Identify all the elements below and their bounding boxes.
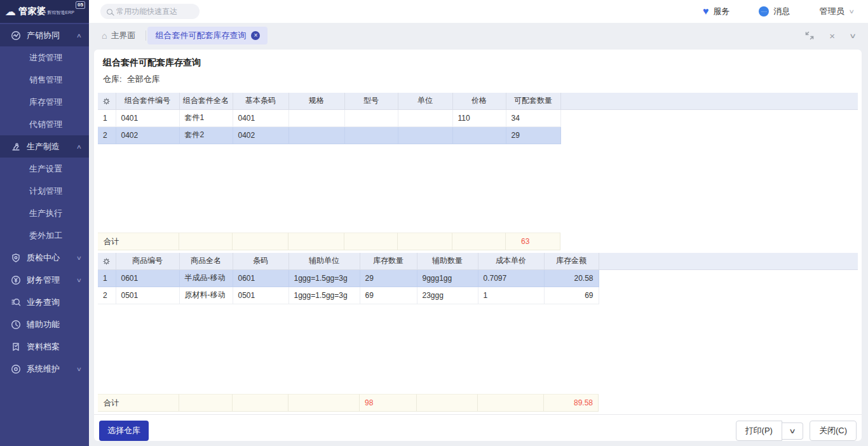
robot-arm-icon — [10, 141, 21, 152]
sidebar-item-auxiliary[interactable]: 辅助功能 — [0, 313, 89, 335]
sidebar-nav: 产销协同 ∧ 进货管理 销售管理 库存管理 代销管理 生产制造 ∧ 生产设置 计… — [0, 23, 89, 380]
sidebar-item-label: 销售管理 — [29, 74, 62, 86]
column-header[interactable]: 库存数量 — [360, 253, 417, 269]
chevron-down-icon: ∨ — [76, 255, 82, 261]
messages-menu[interactable]: ··· 消息 — [759, 6, 790, 17]
table-row-selected[interactable]: 10601半成品-移动06011ggg=1.5gg=3g299ggg1gg0.7… — [98, 269, 858, 287]
column-header[interactable]: 商品编号 — [116, 253, 179, 269]
column-header[interactable]: 单位 — [398, 93, 452, 109]
version-badge: 05 — [76, 1, 85, 9]
close-tab-icon[interactable]: × — [251, 31, 260, 40]
column-header[interactable]: 价格 — [452, 93, 506, 109]
tab-home[interactable]: ⌂ 主界面 — [89, 30, 146, 41]
sidebar-item-label: 系统维护 — [27, 363, 60, 375]
sidebar-item-label: 产销协同 — [27, 30, 60, 41]
sidebar-item-production-execution[interactable]: 生产执行 — [0, 202, 89, 224]
total-matchable-qty: 63 — [506, 233, 560, 250]
chevron-up-icon: ∧ — [76, 32, 82, 39]
sidebar-item-system-maintenance[interactable]: 系统维护 ∨ — [0, 358, 89, 380]
tabbar: ⌂ 主界面 组合套件可配套库存查询 × × ∨ — [89, 23, 868, 48]
total-stock-amount: 89.58 — [544, 394, 599, 412]
column-header[interactable]: 型号 — [344, 93, 398, 109]
chevron-down-icon: ∨ — [849, 8, 855, 15]
sidebar: ☁ 管家婆 辉煌智造ERP 05 产销协同 ∧ 进货管理 销售管理 库存管理 代… — [0, 0, 89, 446]
chevron-down-icon: ∨ — [76, 366, 82, 372]
heart-icon: ♥ — [703, 6, 709, 17]
total-label: 合计 — [98, 394, 179, 412]
detail-table: 商品编号 商品全名 条码 辅助单位 库存数量 辅助数量 成本单价 库存金额 10… — [98, 253, 858, 304]
print-button[interactable]: 打印(P) — [736, 421, 782, 441]
search-lines-icon — [10, 297, 21, 307]
footer-divider — [94, 414, 862, 415]
tab-active-label: 组合套件可配套库存查询 — [155, 30, 246, 41]
fullscreen-icon[interactable] — [805, 31, 814, 40]
sidebar-item-purchase[interactable]: 进货管理 — [0, 46, 89, 69]
target-circle-icon — [10, 363, 21, 374]
app-logo[interactable]: ☁ 管家婆 辉煌智造ERP 05 — [0, 0, 89, 23]
search-input[interactable] — [116, 7, 193, 16]
sidebar-item-data-archive[interactable]: 资料档案 — [0, 335, 89, 358]
sidebar-item-label: 财务管理 — [27, 274, 60, 286]
content-panel: 组合套件可配套库存查询 仓库:全部仓库 组合套件编号 组合套件全名 基本条码 规… — [94, 50, 862, 441]
user-menu[interactable]: 管理员 ∨ — [819, 6, 854, 17]
header-filler — [599, 253, 858, 269]
user-name: 管理员 — [819, 6, 844, 17]
sidebar-item-finance[interactable]: 财务管理 ∨ — [0, 269, 89, 291]
sidebar-item-inventory[interactable]: 库存管理 — [0, 91, 89, 113]
column-settings-gear-icon[interactable] — [98, 253, 116, 269]
sidebar-item-consignment[interactable]: 代销管理 — [0, 113, 89, 135]
close-all-tabs-icon[interactable]: × — [829, 31, 835, 41]
sidebar-item-label: 计划管理 — [29, 186, 62, 197]
chevron-down-icon: ∨ — [789, 427, 796, 435]
cloud-logo-icon: ☁ — [5, 6, 16, 17]
sidebar-item-quality-center[interactable]: 质检中心 ∨ — [0, 247, 89, 269]
page-title: 组合套件可配套库存查询 — [103, 57, 201, 69]
sidebar-item-label: 资料档案 — [27, 341, 60, 353]
column-header[interactable]: 条码 — [233, 253, 288, 269]
select-warehouse-button[interactable]: 选择仓库 — [99, 421, 149, 441]
brand-name: 管家婆 — [18, 6, 46, 17]
table-row[interactable]: 20501原材料-移动05011ggg=1.5gg=3g6923ggg169 — [98, 287, 858, 304]
column-header[interactable]: 规格 — [288, 93, 344, 109]
sidebar-item-label: 委外加工 — [29, 230, 62, 241]
column-header[interactable]: 辅助数量 — [417, 253, 478, 269]
sidebar-item-outsourcing[interactable]: 委外加工 — [0, 224, 89, 247]
sidebar-item-business-query[interactable]: 业务查询 — [0, 291, 89, 313]
column-header[interactable]: 基本条码 — [233, 93, 288, 109]
service-menu[interactable]: ♥ 服务 — [703, 6, 730, 17]
quick-search[interactable] — [100, 4, 200, 19]
sidebar-item-plan-management[interactable]: 计划管理 — [0, 180, 89, 202]
sidebar-item-sales[interactable]: 销售管理 — [0, 69, 89, 91]
main-area: 组合套件可配套库存查询 仓库:全部仓库 组合套件编号 组合套件全名 基本条码 规… — [89, 48, 868, 446]
column-header[interactable]: 库存金额 — [544, 253, 599, 269]
column-header[interactable]: 辅助单位 — [288, 253, 360, 269]
sidebar-item-label: 生产制造 — [27, 141, 60, 152]
sidebar-item-production-setup[interactable]: 生产设置 — [0, 158, 89, 180]
kit-table-total-row: 合计 63 — [98, 233, 858, 250]
sidebar-item-production-sales[interactable]: 产销协同 ∧ — [0, 24, 89, 46]
brand-subtitle: 辉煌智造ERP — [48, 10, 74, 16]
kit-table-header: 组合套件编号 组合套件全名 基本条码 规格 型号 单位 价格 可配套数量 — [98, 93, 858, 109]
messages-label: 消息 — [773, 6, 790, 17]
detail-table-header: 商品编号 商品全名 条码 辅助单位 库存数量 辅助数量 成本单价 库存金额 — [98, 253, 858, 269]
table-row[interactable]: 10401套件1040111034 — [98, 109, 858, 126]
column-header[interactable]: 商品全名 — [179, 253, 233, 269]
print-dropdown-button[interactable]: ∨ — [782, 422, 803, 440]
total-label: 合计 — [98, 233, 179, 250]
chevron-down-icon: ∨ — [76, 277, 82, 283]
total-stock-qty: 98 — [360, 394, 417, 412]
column-header[interactable]: 组合套件全名 — [179, 93, 233, 109]
table-row-selected[interactable]: 20402套件2040229 — [98, 126, 858, 144]
warehouse-filter: 仓库:全部仓库 — [103, 74, 160, 85]
tab-list-chevron-icon[interactable]: ∨ — [849, 32, 857, 40]
column-header[interactable]: 成本单价 — [478, 253, 544, 269]
column-header[interactable]: 组合套件编号 — [116, 93, 179, 109]
topbar: ♥ 服务 ··· 消息 管理员 ∨ — [89, 0, 868, 23]
sidebar-item-manufacturing[interactable]: 生产制造 ∧ — [0, 135, 89, 158]
detail-table-total-row: 合计 98 89.58 — [98, 394, 858, 412]
column-header[interactable]: 可配套数量 — [506, 93, 560, 109]
message-bubble-icon: ··· — [759, 6, 769, 17]
tab-kit-stock-query[interactable]: 组合套件可配套库存查询 × — [147, 27, 268, 44]
column-settings-gear-icon[interactable] — [98, 93, 116, 109]
close-button[interactable]: 关闭(C) — [810, 421, 857, 441]
